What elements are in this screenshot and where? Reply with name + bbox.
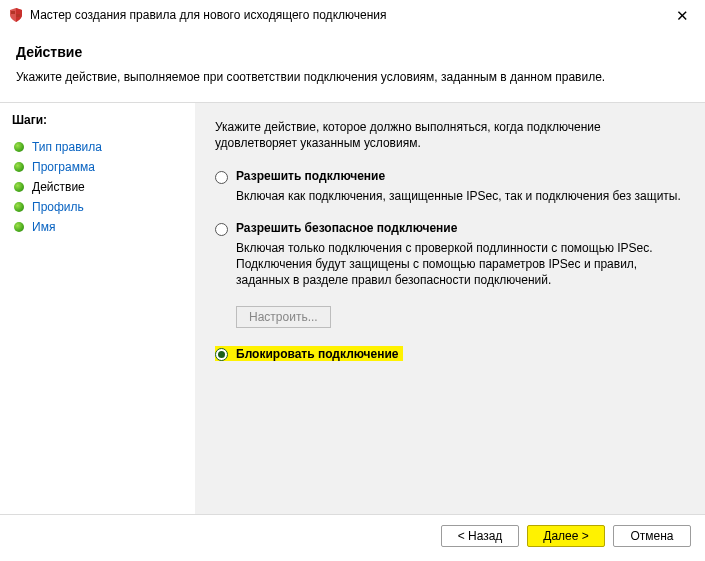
cancel-button[interactable]: Отмена	[613, 525, 691, 547]
option-allow-secure[interactable]: Разрешить безопасное подключение	[215, 221, 683, 236]
option-allow-desc: Включая как подключения, защищенные IPSe…	[236, 188, 683, 204]
step-rule-type[interactable]: Тип правила	[12, 137, 185, 157]
step-label: Имя	[32, 220, 55, 234]
step-bullet-icon	[14, 142, 24, 152]
step-bullet-icon	[14, 182, 24, 192]
radio-icon[interactable]	[215, 223, 228, 236]
step-profile[interactable]: Профиль	[12, 197, 185, 217]
step-action[interactable]: Действие	[12, 177, 185, 197]
customize-button: Настроить...	[236, 306, 331, 328]
radio-icon[interactable]	[215, 348, 228, 361]
steps-sidebar: Шаги: Тип правила Программа Действие Про…	[0, 103, 195, 514]
content-intro-text: Укажите действие, которое должно выполня…	[215, 119, 683, 151]
step-label: Программа	[32, 160, 95, 174]
next-button[interactable]: Далее >	[527, 525, 605, 547]
wizard-footer: < Назад Далее > Отмена	[0, 514, 705, 561]
step-bullet-icon	[14, 162, 24, 172]
wizard-window: Мастер создания правила для нового исход…	[0, 0, 705, 561]
wizard-header: Действие Укажите действие, выполняемое п…	[0, 30, 705, 103]
firewall-shield-icon	[8, 7, 24, 23]
step-program[interactable]: Программа	[12, 157, 185, 177]
radio-icon[interactable]	[215, 171, 228, 184]
wizard-content: Укажите действие, которое должно выполня…	[195, 103, 705, 514]
back-button[interactable]: < Назад	[441, 525, 519, 547]
step-bullet-icon	[14, 222, 24, 232]
option-allow[interactable]: Разрешить подключение	[215, 169, 683, 184]
option-label: Блокировать подключение	[236, 347, 399, 361]
step-label: Профиль	[32, 200, 84, 214]
option-allow-secure-desc: Включая только подключения с проверкой п…	[236, 240, 683, 289]
steps-heading: Шаги:	[12, 113, 185, 127]
option-label: Разрешить подключение	[236, 169, 385, 183]
window-title: Мастер создания правила для нового исход…	[30, 8, 670, 22]
step-name[interactable]: Имя	[12, 217, 185, 237]
titlebar: Мастер создания правила для нового исход…	[0, 0, 705, 30]
step-bullet-icon	[14, 202, 24, 212]
page-subtitle: Укажите действие, выполняемое при соотве…	[16, 70, 689, 84]
wizard-body: Шаги: Тип правила Программа Действие Про…	[0, 103, 705, 514]
step-label: Тип правила	[32, 140, 102, 154]
option-block[interactable]: Блокировать подключение	[215, 346, 683, 364]
page-title: Действие	[16, 44, 689, 60]
steps-list: Тип правила Программа Действие Профиль И…	[12, 137, 185, 237]
step-label: Действие	[32, 180, 85, 194]
svg-rect-1	[16, 14, 20, 17]
option-label: Разрешить безопасное подключение	[236, 221, 457, 235]
close-icon[interactable]: ✕	[670, 6, 695, 25]
svg-rect-0	[11, 11, 15, 14]
option-highlight: Блокировать подключение	[215, 346, 403, 361]
